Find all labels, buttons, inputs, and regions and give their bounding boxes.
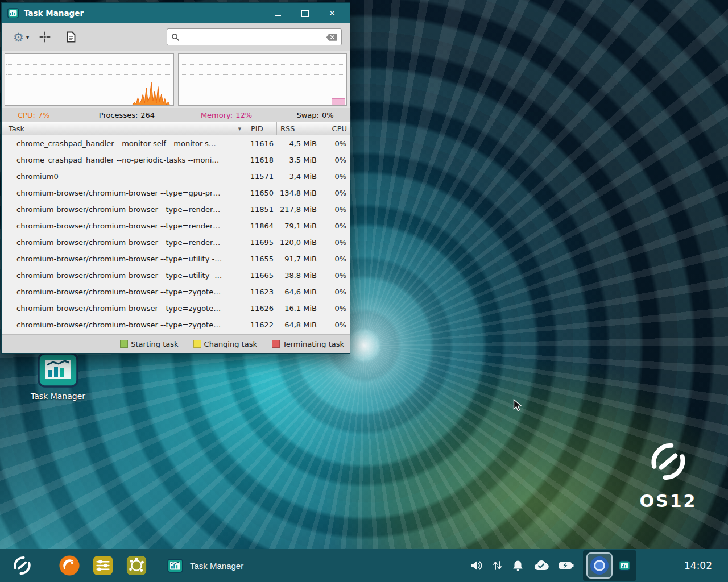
pick-window-button[interactable] <box>38 30 52 44</box>
cpu-cell: 0% <box>322 251 350 267</box>
chromium-tray-button[interactable] <box>586 552 613 579</box>
status-bar: CPU:7% Processes:264 Memory:12% Swap:0% <box>2 108 350 122</box>
rss-cell: 3,4 MiB <box>277 168 322 185</box>
column-header-pid[interactable]: PID <box>247 122 277 135</box>
task-row[interactable]: chromium-browser/chromium-browser --type… <box>2 284 350 300</box>
os-swirl-icon <box>10 553 35 578</box>
cpu-usage-curve <box>5 54 173 105</box>
task-row[interactable]: chromium-browser/chromium-browser --type… <box>2 251 350 267</box>
os-logo-watermark: OS12 <box>626 436 711 511</box>
cpu-cell: 0% <box>322 218 350 234</box>
task-cell: chromium-browser/chromium-browser --type… <box>2 201 247 218</box>
pid-cell: 11616 <box>247 135 277 152</box>
swap-status: Swap:0% <box>280 111 350 119</box>
battery-button[interactable] <box>559 560 574 571</box>
close-button[interactable]: × <box>325 7 340 19</box>
search-clear-button[interactable] <box>326 33 337 41</box>
cpu-history-graph <box>5 53 174 106</box>
crosshair-icon <box>39 31 51 43</box>
changing-task-swatch <box>193 340 201 348</box>
task-row[interactable]: chromium-browser/chromium-browser --type… <box>2 185 350 201</box>
window-titlebar[interactable]: Task Manager × <box>2 3 350 23</box>
task-row[interactable]: chromium-browser/chromium-browser --type… <box>2 234 350 251</box>
search-input[interactable] <box>183 32 322 42</box>
window-toolbar: ⚙ ▾ <box>2 23 350 51</box>
task-cell: chromium-browser/chromium-browser --type… <box>2 185 247 201</box>
desktop-icon-task-manager[interactable]: Task Manager <box>19 352 97 401</box>
column-header-cpu[interactable]: CPU <box>322 122 350 135</box>
task-row[interactable]: chromium0 11571 3,4 MiB 0% <box>2 168 350 185</box>
rss-cell: 16,1 MiB <box>277 300 322 317</box>
cpu-cell: 0% <box>322 317 350 333</box>
task-row[interactable]: chromium-browser/chromium-browser --type… <box>2 300 350 317</box>
cpu-cell: 0% <box>322 300 350 317</box>
task-row[interactable]: chromium-browser/chromium-browser --type… <box>2 218 350 234</box>
launcher-mixer-button[interactable] <box>92 554 114 577</box>
sliders-icon <box>92 555 114 576</box>
os-menu-button[interactable] <box>9 552 35 579</box>
gear-icon: ⚙ <box>13 31 24 43</box>
rss-cell: 64,6 MiB <box>277 284 322 300</box>
settings-button[interactable]: ⚙ <box>12 30 25 44</box>
cpu-cell: 0% <box>322 284 350 300</box>
pid-cell: 11851 <box>247 201 277 218</box>
search-field[interactable] <box>167 28 342 45</box>
task-cell: chromium-browser/chromium-browser --type… <box>2 234 247 251</box>
chevron-down-icon: ▾ <box>26 34 30 41</box>
task-manager-tray-button[interactable] <box>616 555 633 576</box>
pid-cell: 11571 <box>247 168 277 185</box>
volume-button[interactable] <box>469 559 483 572</box>
launcher-settings-button[interactable] <box>125 554 148 577</box>
taskbar-clock[interactable]: 14:02 <box>684 560 712 571</box>
rss-cell: 4,5 MiB <box>277 135 322 152</box>
network-traffic-button[interactable] <box>493 560 502 571</box>
settings-dropdown-button[interactable]: ▾ <box>25 32 31 42</box>
os-swirl-icon <box>643 436 693 487</box>
processes-status: Processes:264 <box>81 111 172 119</box>
up-down-arrows-icon <box>493 560 502 571</box>
bell-icon <box>512 559 524 572</box>
tray-window-group <box>583 550 636 581</box>
column-header-rss[interactable]: RSS <box>277 122 322 135</box>
legend-terminating-task: Terminating task <box>272 340 344 348</box>
taskbar-window-label: Task Manager <box>190 561 243 571</box>
column-header-task[interactable]: Task ▾ <box>2 122 247 135</box>
cpu-status: CPU:7% <box>2 111 81 119</box>
pid-cell: 11623 <box>247 284 277 300</box>
rss-cell: 79,1 MiB <box>277 218 322 234</box>
desktop-wallpaper: OS12 Task Manager Task Manager <box>0 0 728 582</box>
task-row[interactable]: chromium-browser/chromium-browser --type… <box>2 201 350 218</box>
pid-cell: 11618 <box>247 152 277 168</box>
task-row[interactable]: chrome_crashpad_handler --monitor-self -… <box>2 135 350 152</box>
notifications-button[interactable] <box>512 559 524 572</box>
task-table-body: chrome_crashpad_handler --monitor-self -… <box>2 135 350 334</box>
cloud-sync-button[interactable] <box>533 560 549 571</box>
process-details-button[interactable] <box>65 30 77 44</box>
table-header: Task ▾ PID RSS CPU <box>2 122 350 135</box>
task-manager-icon <box>619 560 630 571</box>
system-tray <box>469 559 574 572</box>
chromium-icon <box>589 555 610 576</box>
task-row[interactable]: chromium-browser/chromium-browser --type… <box>2 267 350 284</box>
cpu-cell: 0% <box>322 152 350 168</box>
cpu-cell: 0% <box>322 168 350 185</box>
taskbar-window-button[interactable]: Task Manager <box>167 559 243 573</box>
pid-cell: 11622 <box>247 317 277 333</box>
search-icon <box>171 33 180 41</box>
legend-starting-task: Starting task <box>120 340 178 348</box>
task-cell: chromium-browser/chromium-browser --type… <box>2 251 247 267</box>
taskbar: Task Manager <box>0 549 728 582</box>
dial-icon <box>126 555 147 576</box>
task-row[interactable]: chromium-browser/chromium-browser --type… <box>2 317 350 333</box>
maximize-button[interactable] <box>297 7 312 19</box>
close-icon: × <box>329 8 336 18</box>
task-row[interactable]: chrome_crashpad_handler --no-periodic-ta… <box>2 152 350 168</box>
sort-descending-icon: ▾ <box>238 125 241 132</box>
minimize-button[interactable] <box>270 7 285 19</box>
backspace-icon <box>326 33 337 41</box>
task-manager-window: Task Manager × ⚙ ▾ <box>1 2 350 354</box>
rss-cell: 64,8 MiB <box>277 317 322 333</box>
orange-app-icon <box>59 555 80 576</box>
pid-cell: 11655 <box>247 251 277 267</box>
launcher-browser-button[interactable] <box>58 554 81 577</box>
